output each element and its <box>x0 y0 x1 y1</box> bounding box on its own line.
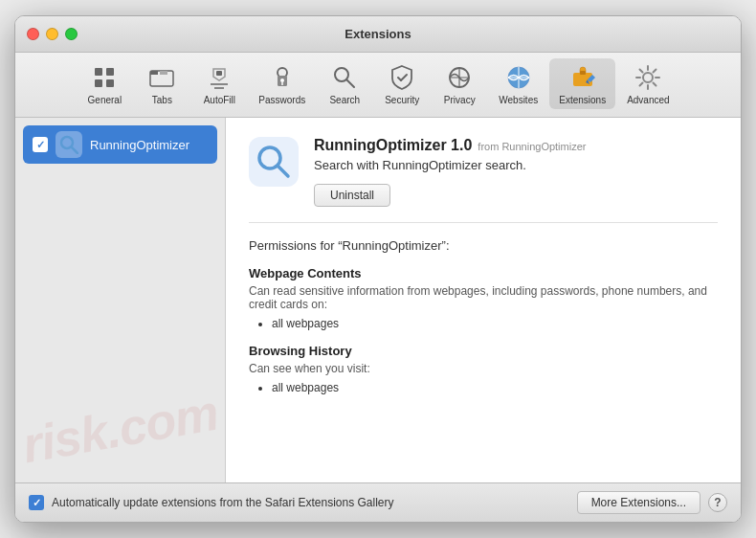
permissions-title: Permissions for “RunningOptimizer”: <box>249 238 718 253</box>
toolbar-item-search[interactable]: Search <box>317 58 372 109</box>
footer-left: Automatically update extensions from the… <box>29 495 394 510</box>
svg-rect-2 <box>95 79 102 87</box>
websites-label: Websites <box>499 95 538 105</box>
passwords-icon <box>267 62 298 93</box>
toolbar-item-websites[interactable]: Websites <box>489 58 547 109</box>
security-label: Security <box>385 95 419 105</box>
toolbar-item-extensions[interactable]: Extensions <box>549 58 615 109</box>
security-icon <box>387 62 417 93</box>
main-window: Extensions General <box>14 15 742 523</box>
svg-line-29 <box>278 166 288 176</box>
search-toolbar-icon <box>329 62 360 93</box>
sidebar-item-running-optimizer[interactable]: RunningOptimizer <box>23 125 217 164</box>
svg-line-15 <box>401 75 407 80</box>
svg-rect-24 <box>580 71 586 75</box>
extension-info: RunningOptimizer 1.0 from RunningOptimiz… <box>314 137 586 207</box>
uninstall-button[interactable]: Uninstall <box>314 184 390 207</box>
permission-item: all webpages <box>272 381 718 394</box>
extension-item-icon <box>56 131 82 158</box>
tabs-label: Tabs <box>152 95 172 105</box>
window-controls <box>27 28 78 40</box>
svg-line-27 <box>72 147 78 153</box>
svg-rect-3 <box>106 79 114 87</box>
auto-update-checkbox[interactable] <box>29 495 44 510</box>
websites-icon <box>503 62 534 93</box>
autofill-label: AutoFill <box>204 95 235 105</box>
permission-heading-webpage: Webpage Contents <box>249 266 718 280</box>
help-button[interactable]: ? <box>708 493 727 512</box>
minimize-button[interactable] <box>46 28 58 40</box>
extensions-icon <box>567 62 598 93</box>
toolbar-item-autofill[interactable]: AutoFill <box>191 58 247 109</box>
svg-point-25 <box>643 73 653 82</box>
general-icon <box>89 62 120 93</box>
more-extensions-button[interactable]: More Extensions... <box>577 491 700 514</box>
advanced-icon <box>633 62 663 93</box>
close-button[interactable] <box>27 28 39 40</box>
permission-item: all webpages <box>272 317 718 330</box>
extension-description: Search with RunningOptimizer search. <box>314 158 586 172</box>
svg-rect-5 <box>216 71 222 76</box>
permission-desc-history: Can see when you visit: <box>249 362 718 375</box>
privacy-icon <box>444 62 475 93</box>
svg-point-10 <box>280 78 284 82</box>
extension-from: from RunningOptimizer <box>478 141 586 152</box>
permission-heading-history: Browsing History <box>249 344 718 358</box>
toolbar-item-security[interactable]: Security <box>374 58 430 109</box>
toolbar-item-passwords[interactable]: Passwords <box>249 58 315 109</box>
auto-update-label: Automatically update extensions from the… <box>52 496 394 509</box>
svg-rect-1 <box>106 68 114 76</box>
extension-item-name: RunningOptimizer <box>90 138 189 152</box>
toolbar: General Tabs Auto <box>15 53 741 118</box>
maximize-button[interactable] <box>65 28 78 40</box>
extension-checkbox[interactable] <box>33 137 48 152</box>
search-label: Search <box>329 95 360 105</box>
permission-browsing-history: Browsing History Can see when you visit:… <box>249 344 718 394</box>
permission-webpage-contents: Webpage Contents Can read sensitive info… <box>249 266 718 330</box>
tabs-icon <box>146 62 177 93</box>
extension-header: RunningOptimizer 1.0 from RunningOptimiz… <box>249 137 718 223</box>
extension-full-name: RunningOptimizer 1.0 <box>314 137 472 154</box>
permission-list-webpage: all webpages <box>272 317 718 330</box>
extension-icon <box>249 137 299 187</box>
permission-desc-webpage: Can read sensitive information from webp… <box>249 284 718 311</box>
main-area: RunningOptimizer risk.com RunningOptimiz… <box>15 118 741 482</box>
sidebar: RunningOptimizer risk.com <box>15 118 226 482</box>
footer: Automatically update extensions from the… <box>15 482 741 522</box>
extensions-label: Extensions <box>559 95 606 105</box>
titlebar: Extensions <box>15 16 741 53</box>
content-panel: RunningOptimizer 1.0 from RunningOptimiz… <box>226 118 741 482</box>
footer-right: More Extensions... ? <box>577 491 727 514</box>
extension-name-row: RunningOptimizer 1.0 from RunningOptimiz… <box>314 137 586 154</box>
permission-list-history: all webpages <box>272 381 718 394</box>
toolbar-item-general[interactable]: General <box>77 58 132 109</box>
toolbar-item-privacy[interactable]: Privacy <box>432 58 487 109</box>
passwords-label: Passwords <box>258 95 305 105</box>
toolbar-item-advanced[interactable]: Advanced <box>617 58 678 109</box>
general-label: General <box>88 95 122 105</box>
autofill-icon <box>204 62 234 93</box>
advanced-label: Advanced <box>627 95 669 105</box>
svg-rect-0 <box>95 68 102 76</box>
watermark: risk.com <box>15 385 226 474</box>
window-title: Extensions <box>345 27 411 41</box>
toolbar-item-tabs[interactable]: Tabs <box>134 58 189 109</box>
svg-line-13 <box>346 79 354 87</box>
privacy-label: Privacy <box>444 95 476 105</box>
